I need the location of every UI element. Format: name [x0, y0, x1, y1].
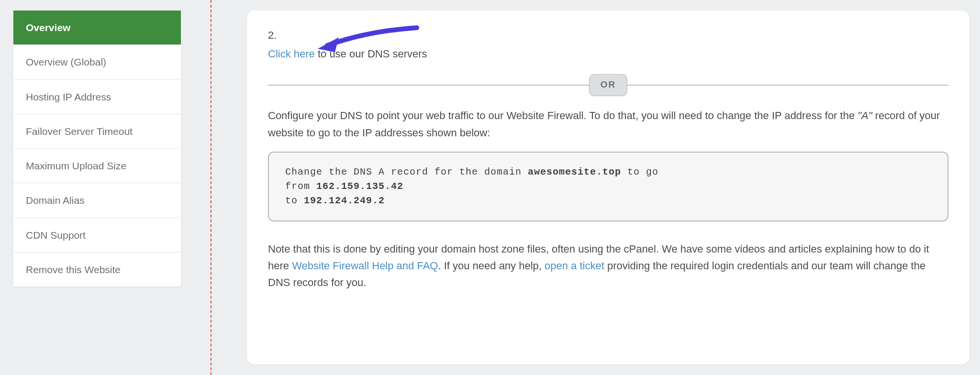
sidebar: Overview Overview (Global) Hosting IP Ad… [13, 11, 181, 287]
help-faq-link[interactable]: Website Firewall Help and FAQ [292, 260, 438, 272]
text: to [285, 195, 304, 206]
text: from [285, 181, 316, 192]
code-line-3: to 192.124.249.2 [285, 194, 931, 208]
sidebar-item-label: Overview (Global) [26, 56, 106, 67]
click-here-link[interactable]: Click here [268, 48, 315, 60]
sidebar-item-overview[interactable]: Overview [13, 11, 181, 45]
sidebar-item-label: Domain Alias [26, 195, 85, 206]
text: Change the DNS A record for the domain [285, 166, 528, 177]
code-line-2: from 162.159.135.42 [285, 179, 931, 194]
code-from-ip: 162.159.135.42 [316, 181, 403, 192]
sidebar-item-domain-alias[interactable]: Domain Alias [13, 183, 181, 218]
code-domain: awesomesite.top [528, 166, 621, 177]
code-to-ip: 192.124.249.2 [304, 195, 385, 206]
annotation-arrow-icon [309, 19, 419, 53]
a-record-italic: "A" [858, 110, 872, 121]
sidebar-item-remove-this-website[interactable]: Remove this Website [13, 253, 181, 287]
sidebar-item-label: Hosting IP Address [26, 91, 111, 102]
sidebar-item-hosting-ip-address[interactable]: Hosting IP Address [13, 80, 181, 114]
sidebar-item-cdn-support[interactable]: CDN Support [13, 218, 181, 253]
sidebar-item-label: Overview [26, 22, 70, 33]
or-badge: OR [590, 74, 627, 95]
sidebar-item-label: CDN Support [26, 230, 86, 241]
sidebar-item-label: Maximum Upload Size [26, 160, 126, 171]
instruction-paragraph-1: Configure your DNS to point your web tra… [268, 107, 948, 141]
sidebar-item-label: Remove this Website [26, 264, 121, 275]
sidebar-item-label: Failover Server Timeout [26, 126, 133, 137]
text: to go [621, 166, 658, 177]
sidebar-item-failover-server-timeout[interactable]: Failover Server Timeout [13, 114, 181, 149]
sidebar-item-maximum-upload-size[interactable]: Maximum Upload Size [13, 149, 181, 183]
or-divider: OR [268, 76, 948, 94]
annotation-dashed-line [211, 0, 212, 375]
instruction-paragraph-2: Note that this is done by editing your d… [268, 241, 948, 291]
code-line-1: Change the DNS A record for the domain a… [285, 165, 931, 179]
text: . If you need any help, [438, 260, 545, 272]
main-panel: 2. Click here to use our DNS servers OR … [247, 11, 969, 364]
dns-change-codebox: Change the DNS A record for the domain a… [268, 152, 948, 221]
svg-marker-0 [318, 37, 339, 52]
sidebar-item-overview-global[interactable]: Overview (Global) [13, 45, 181, 79]
text: Configure your DNS to point your web tra… [268, 110, 858, 121]
open-ticket-link[interactable]: open a ticket [545, 260, 604, 272]
